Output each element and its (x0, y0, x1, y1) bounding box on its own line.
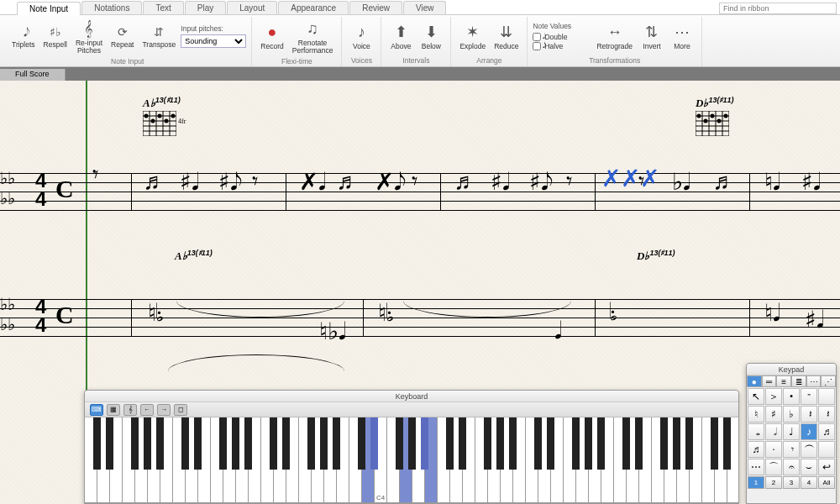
black-key[interactable] (358, 417, 365, 470)
triplets-button[interactable]: 𝅘𝅥𝅮Triplets (8, 22, 39, 50)
black-key[interactable] (181, 417, 189, 470)
black-key[interactable] (723, 417, 731, 470)
input-pitches-select[interactable]: Sounding (181, 34, 246, 48)
black-key[interactable] (333, 417, 340, 470)
keyboard-panel-title[interactable]: Keyboard (85, 391, 738, 402)
keypad-cell[interactable]: • (783, 388, 800, 405)
chord-tool-button[interactable]: 𝄞 (123, 404, 137, 416)
black-key[interactable] (660, 417, 668, 470)
selected-note[interactable]: ✗✗✗ (601, 165, 659, 192)
black-key[interactable] (673, 417, 680, 470)
keypad-cell[interactable]: ↩ (818, 459, 835, 475)
keypad-voice-2[interactable]: 2 (765, 476, 782, 489)
prev-button[interactable]: ← (140, 404, 154, 416)
chord-symbol[interactable]: D♭13(♯11) (637, 249, 675, 263)
keypad-cell[interactable]: ⋯ (748, 459, 764, 475)
keypad-cell[interactable]: 𝄽 (801, 406, 817, 423)
black-key[interactable] (396, 417, 403, 470)
keypad-voice-All[interactable]: All (818, 476, 835, 489)
keypad-cell[interactable]: 𝄾 (783, 441, 800, 458)
chord-diagram[interactable] (696, 111, 729, 136)
keypad-tab-4[interactable]: ⋯ (806, 375, 822, 387)
more-button[interactable]: ⋯More (668, 20, 696, 52)
keypad-cell[interactable]: ♪ (801, 423, 817, 440)
black-key[interactable] (232, 417, 239, 470)
keypad-cell[interactable]: ⌣ (801, 459, 817, 475)
keypad-cell[interactable]: ♯ (765, 406, 782, 423)
chord-symbol[interactable]: A♭13(♯11) (143, 96, 181, 110)
black-key[interactable] (572, 417, 580, 470)
tab-view[interactable]: View (403, 1, 447, 14)
keypad-cell[interactable] (818, 388, 835, 405)
keypad-cell[interactable]: ♬ (818, 423, 835, 440)
tab-play[interactable]: Play (185, 1, 226, 14)
black-key[interactable] (282, 417, 290, 470)
black-key[interactable] (93, 417, 101, 470)
above-button[interactable]: ⬆Above (386, 20, 415, 52)
black-key[interactable] (421, 417, 428, 470)
keypad-cell[interactable]: ⏜ (801, 441, 817, 458)
black-key[interactable] (307, 417, 315, 470)
tab-appearance[interactable]: Appearance (278, 1, 349, 14)
keypad-cell[interactable]: 𝄐 (783, 459, 800, 475)
retrograde-button[interactable]: ↔Retrograde (593, 20, 636, 52)
keypad-cell[interactable]: 𝅗𝅥 (765, 423, 782, 440)
next-button[interactable]: → (157, 404, 171, 416)
keyboard-view-button[interactable]: ⌨ (90, 404, 103, 416)
keypad-tab-3[interactable]: ≣ (791, 375, 806, 387)
transpose-button[interactable]: ⇵Transpose (139, 22, 179, 50)
chord-symbol[interactable]: A♭13(♯11) (175, 249, 213, 263)
black-key[interactable] (711, 417, 718, 470)
reduce-button[interactable]: ⇊Reduce (491, 20, 522, 52)
black-key[interactable] (622, 417, 630, 470)
tab-notations[interactable]: Notations (81, 1, 142, 14)
renotate-button[interactable]: ♫Renotate Performance (289, 17, 337, 56)
below-button[interactable]: ⬇Below (417, 20, 445, 52)
keypad-voice-3[interactable]: 3 (783, 476, 800, 489)
keypad-cell[interactable]: ־ (801, 388, 817, 405)
black-key[interactable] (635, 417, 643, 470)
halve-checkbox[interactable]: 𝅘𝅥𝅮Halve (533, 41, 591, 50)
reinput-pitches-button[interactable]: 𝄞Re-input Pitches (72, 17, 106, 56)
black-key[interactable] (270, 417, 277, 470)
keypad-voice-1[interactable]: 1 (748, 476, 764, 489)
repeat-button[interactable]: ⟳Repeat (108, 22, 137, 50)
keypad-cell[interactable]: 𝄽 (818, 406, 835, 423)
doc-tab-full-score[interactable]: Full Score (0, 69, 66, 81)
keypad-cell[interactable]: ＞ (765, 388, 782, 405)
explode-button[interactable]: ✶Explode (456, 20, 489, 52)
record-button[interactable]: ●Record (257, 20, 286, 52)
chord-diagram[interactable]: 4fr (143, 111, 176, 136)
black-key[interactable] (219, 417, 227, 470)
keypad-tab-2[interactable]: ≡ (776, 375, 791, 387)
keypad-cell[interactable]: ♬ (748, 441, 764, 458)
keypad-tab-1[interactable]: ═ (762, 375, 777, 387)
black-key[interactable] (370, 417, 378, 470)
invert-button[interactable]: ⇅Invert (638, 20, 666, 52)
keypad-cell[interactable]: ♭ (783, 406, 800, 423)
keypad-cell[interactable]: ⌒ (765, 459, 782, 475)
tab-review[interactable]: Review (349, 1, 402, 14)
black-key[interactable] (685, 417, 693, 470)
respell-button[interactable]: ♯♭Respell (40, 22, 71, 50)
keypad-cell[interactable]: · (765, 441, 782, 458)
black-key[interactable] (408, 417, 416, 470)
voice-button[interactable]: ♪Voice (347, 20, 375, 52)
chord-symbol[interactable]: D♭13(♯11) (696, 96, 733, 110)
black-key[interactable] (131, 417, 139, 470)
keypad-cell[interactable]: ↖ (748, 388, 764, 405)
black-key[interactable] (496, 417, 504, 470)
keypad-cell[interactable]: ♩ (783, 423, 800, 440)
keypad-tab-0[interactable]: ● (747, 375, 762, 387)
keypad-voice-4[interactable]: 4 (801, 476, 817, 489)
black-key[interactable] (547, 417, 554, 470)
tab-note-input[interactable]: Note Input (17, 2, 81, 15)
black-key[interactable] (585, 417, 592, 470)
keypad-title[interactable]: Keypad (747, 364, 836, 375)
black-key[interactable] (597, 417, 605, 470)
black-key[interactable] (106, 417, 113, 470)
ribbon-search-input[interactable] (719, 3, 837, 14)
black-key[interactable] (194, 417, 202, 470)
black-key[interactable] (320, 417, 328, 470)
black-key[interactable] (534, 417, 542, 470)
